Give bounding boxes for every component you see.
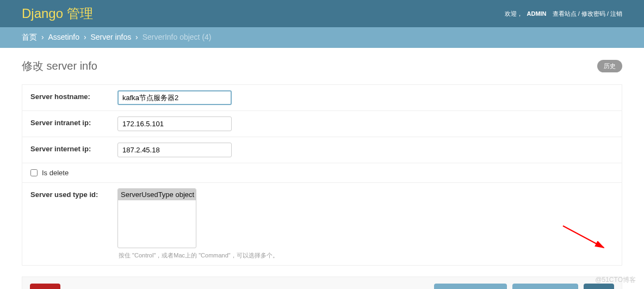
save-add-another-button[interactable]: 保存并增加另一个 [434,284,507,289]
breadcrumb-model[interactable]: Server infos [91,33,132,41]
content-header: 修改 server info 历史 [22,59,622,73]
delete-button[interactable]: 删除 [30,284,60,289]
form-module: Server hostname: Server intranet ip: Ser… [22,84,622,266]
usedtype-help: 按住 "Control"，或者Mac上的 "Command"，可以选择多个。 [119,251,614,260]
user-tools: 欢迎， ADMIN 查看站点 / 修改密码 / 注销 [505,10,622,18]
breadcrumb-current: ServerInfo object (4) [143,33,212,41]
breadcrumb-app[interactable]: Assetinfo [48,33,79,41]
page-title: 修改 server info [22,59,97,73]
internet-label: Server internet ip: [30,143,117,153]
form-row-intranet: Server intranet ip: [22,111,622,137]
hostname-input[interactable] [117,90,232,105]
view-site-link[interactable]: 查看站点 [553,10,577,17]
logout-link[interactable]: 注销 [610,10,622,17]
top-header: Django 管理 欢迎， ADMIN 查看站点 / 修改密码 / 注销 [0,0,644,27]
isdelete-label[interactable]: Is delete [42,169,69,177]
submit-row: 删除 保存并增加另一个 保存并继续编辑 保存 [22,276,622,289]
intranet-input[interactable] [117,116,232,131]
form-row-hostname: Server hostname: [22,85,622,111]
breadcrumb-home[interactable]: 首页 [22,33,37,41]
isdelete-checkbox[interactable] [30,169,38,176]
breadcrumb: 首页 › Assetinfo › Server infos › ServerIn… [0,27,644,48]
welcome-text: 欢迎， [505,10,523,17]
intranet-label: Server intranet ip: [30,116,117,127]
right-buttons: 保存并增加另一个 保存并继续编辑 保存 [434,284,614,289]
usedtype-label: Server used type id: [30,188,117,199]
save-continue-button[interactable]: 保存并继续编辑 [512,284,578,289]
usedtype-select[interactable]: ServerUsedType object (1) [117,188,196,248]
username: ADMIN [527,10,547,17]
watermark: @51CTO博客 [595,275,636,285]
form-row-internet: Server internet ip: [22,137,622,163]
form-row-usedtype: Server used type id: ServerUsedType obje… [22,183,622,265]
site-title[interactable]: Django 管理 [22,5,93,22]
content: 修改 server info 历史 Server hostname: Serve… [0,48,644,289]
form-row-isdelete: Is delete [22,163,622,183]
hostname-label: Server hostname: [30,90,117,101]
change-password-link[interactable]: 修改密码 [581,10,605,17]
internet-input[interactable] [117,143,232,157]
usedtype-option[interactable]: ServerUsedType object (1) [118,189,196,200]
history-button[interactable]: 历史 [597,60,622,72]
